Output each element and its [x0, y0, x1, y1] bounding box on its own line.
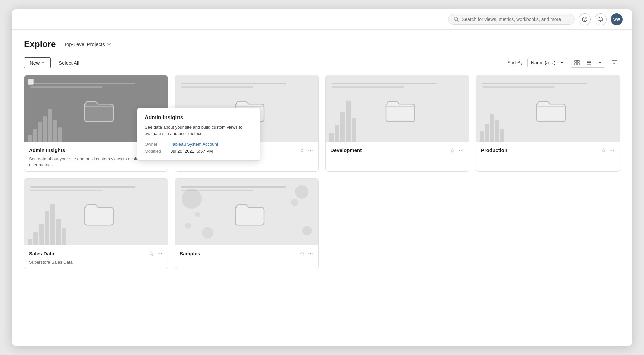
card-name: Sales Data [29, 251, 54, 256]
card-footer: Sales Data ☆ ··· Superstore Sales Data [24, 245, 168, 269]
card-actions: ☆ ··· [449, 146, 464, 155]
tooltip-title: Admin Insights [145, 115, 253, 121]
sort-value: Name (a–z) ↑ [531, 60, 559, 65]
header: ? SW [12, 9, 632, 30]
chevron-down-icon [107, 42, 111, 46]
hover-tooltip: Admin Insights See data about your site … [137, 108, 260, 161]
tooltip-modified-value: Jul 20, 2021, 6:57 PM [171, 149, 213, 154]
chevron-icon [598, 61, 602, 64]
favorite-button[interactable]: ☆ [449, 146, 456, 155]
select-all-button[interactable]: Select All [56, 59, 82, 67]
page-title: Explore [24, 39, 56, 49]
tooltip-owner-label: Owner [145, 142, 168, 147]
svg-rect-6 [575, 63, 577, 65]
tooltip-owner-row: Owner Tableau System Account [145, 142, 253, 147]
tooltip-meta: Owner Tableau System Account Modified Ju… [145, 142, 253, 154]
card-name: Samples [180, 251, 200, 256]
new-button-label: New [30, 60, 40, 66]
card-actions: ☆ ··· [600, 146, 615, 155]
filter-icon [611, 59, 617, 65]
tooltip-description: See data about your site and build custo… [145, 124, 253, 137]
breadcrumb-label: Top-Level Projects [64, 41, 105, 47]
svg-rect-7 [577, 63, 579, 65]
breadcrumb-dropdown[interactable]: Top-Level Projects [61, 40, 113, 48]
search-icon [454, 17, 459, 22]
card-name: Development [330, 147, 362, 153]
chevron-view-button[interactable] [595, 59, 605, 66]
search-input[interactable] [462, 17, 569, 22]
chevron-down-small-icon [42, 61, 45, 64]
sort-chevron-icon [560, 61, 564, 64]
search-bar[interactable] [448, 14, 575, 25]
toolbar: New Select All Sort By: Name (a–z) ↑ [24, 57, 620, 68]
app-window: ? SW Explore Top-Level Projects [12, 9, 632, 346]
card-checkbox[interactable] [28, 79, 34, 85]
svg-text:?: ? [584, 18, 586, 21]
filter-button[interactable] [609, 58, 620, 68]
card-footer: Samples ☆ ··· [175, 245, 318, 261]
avatar[interactable]: SW [611, 13, 623, 25]
card-samples[interactable]: Samples ☆ ··· [175, 178, 319, 269]
question-icon: ? [582, 17, 587, 22]
toolbar-left: New Select All [24, 57, 82, 68]
view-toggle [571, 58, 605, 68]
card-description: Superstore Sales Data [29, 259, 163, 265]
svg-rect-9 [587, 62, 591, 63]
favorite-button[interactable]: ☆ [299, 146, 305, 155]
more-button[interactable]: ··· [609, 146, 615, 154]
main-content: Explore Top-Level Projects New Select Al… [12, 30, 632, 279]
card-footer: Development ☆ ··· [326, 142, 469, 158]
svg-rect-8 [587, 61, 591, 62]
tooltip-modified-row: Modified Jul 20, 2021, 6:57 PM [145, 149, 253, 154]
favorite-button[interactable]: ☆ [299, 249, 305, 258]
page-title-row: Explore Top-Level Projects [24, 39, 620, 49]
notification-button[interactable] [595, 13, 607, 25]
project-grid: Admin Insights ☆ ··· See data about your… [24, 75, 620, 269]
card-footer: Production ☆ ··· [476, 142, 620, 158]
more-button[interactable]: ··· [307, 146, 314, 154]
card-name: Admin Insights [29, 147, 65, 153]
bell-icon [598, 17, 603, 22]
favorite-button[interactable]: ☆ [600, 146, 607, 155]
card-actions: ☆ ··· [299, 146, 314, 155]
sort-label: Sort By: [507, 60, 524, 65]
card-production[interactable]: Production ☆ ··· [476, 75, 620, 172]
list-view-button[interactable] [583, 58, 595, 67]
sort-dropdown[interactable]: Name (a–z) ↑ [527, 58, 567, 67]
card-sales-data[interactable]: Sales Data ☆ ··· Superstore Sales Data [24, 178, 168, 269]
list-icon [586, 60, 592, 65]
svg-rect-10 [587, 64, 591, 65]
help-button[interactable]: ? [579, 13, 591, 25]
svg-rect-4 [575, 60, 577, 62]
favorite-button[interactable]: ☆ [148, 249, 155, 258]
toolbar-right: Sort By: Name (a–z) ↑ [507, 58, 620, 68]
card-development[interactable]: Development ☆ ··· [325, 75, 469, 172]
card-actions: ☆ ··· [299, 249, 314, 258]
card-actions: ☆ ··· [148, 249, 163, 258]
new-button[interactable]: New [24, 57, 51, 68]
grid-icon [574, 60, 580, 65]
more-button[interactable]: ··· [458, 146, 464, 154]
more-button[interactable]: ··· [307, 249, 314, 258]
tooltip-modified-label: Modified [145, 149, 168, 154]
tooltip-owner-link[interactable]: Tableau System Account [171, 142, 218, 147]
svg-line-1 [457, 20, 459, 21]
card-name: Production [481, 147, 507, 153]
more-button[interactable]: ··· [157, 249, 163, 258]
svg-rect-5 [577, 60, 579, 62]
grid-view-button[interactable] [571, 58, 583, 67]
